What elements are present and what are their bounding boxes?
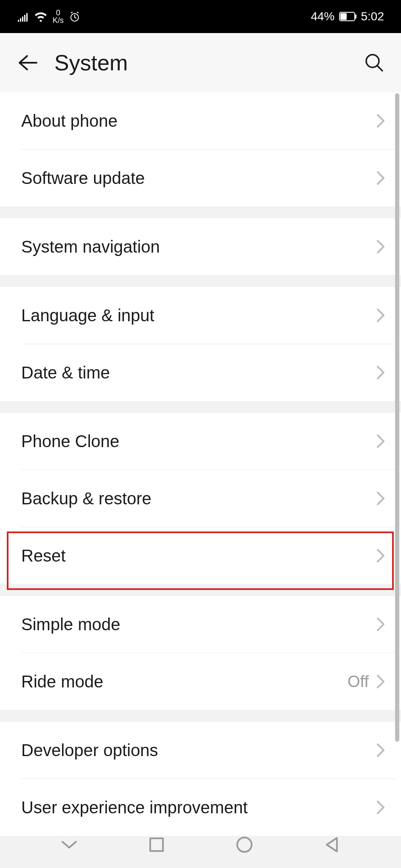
software-update-item[interactable]: Software update — [0, 150, 401, 206]
clock-time: 5:02 — [361, 10, 384, 23]
chevron-right-icon — [376, 800, 385, 815]
battery-percent: 44% — [311, 10, 334, 23]
home-button[interactable] — [234, 834, 255, 855]
settings-group: Language & input Date & time — [0, 287, 401, 401]
system-navigation-item[interactable]: System navigation — [0, 218, 401, 275]
item-label: Reset — [21, 546, 376, 565]
chevron-right-icon — [376, 434, 385, 448]
item-label: Backup & restore — [21, 489, 376, 508]
wifi-icon — [34, 11, 48, 22]
date-time-item[interactable]: Date & time — [0, 344, 401, 401]
item-value: Off — [348, 673, 369, 691]
svg-rect-2 — [340, 13, 347, 20]
chevron-right-icon — [376, 491, 385, 506]
back-nav-button[interactable] — [321, 834, 342, 855]
settings-group: Phone Clone Backup & restore Reset — [0, 413, 401, 584]
scroll-indicator[interactable] — [395, 93, 399, 742]
battery-icon — [339, 12, 357, 21]
backup-restore-item[interactable]: Backup & restore — [0, 470, 401, 527]
item-label: Date & time — [21, 363, 376, 382]
chevron-right-icon — [376, 548, 385, 563]
ride-mode-item[interactable]: Ride mode Off — [0, 653, 401, 710]
settings-group: About phone Software update — [0, 92, 401, 206]
chevron-right-icon — [376, 743, 385, 757]
alarm-icon — [69, 11, 81, 22]
item-label: System navigation — [21, 237, 376, 256]
recents-button[interactable] — [146, 834, 167, 855]
status-left: 0 K/s — [17, 9, 81, 24]
item-label: User experience improvement — [21, 798, 376, 817]
item-label: Software update — [21, 169, 376, 188]
chevron-right-icon — [376, 171, 385, 185]
settings-group: Developer options User experience improv… — [0, 722, 401, 836]
settings-group: System navigation — [0, 218, 401, 275]
app-header: System — [0, 33, 401, 92]
svg-point-6 — [237, 837, 252, 852]
back-button[interactable] — [16, 52, 38, 74]
item-label: Phone Clone — [21, 432, 376, 451]
navigation-bar — [0, 821, 401, 868]
chevron-right-icon — [376, 239, 385, 254]
phone-clone-item[interactable]: Phone Clone — [0, 413, 401, 470]
item-label: Simple mode — [21, 615, 376, 634]
language-input-item[interactable]: Language & input — [0, 287, 401, 344]
hide-keyboard-button[interactable] — [59, 834, 80, 855]
search-button[interactable] — [364, 52, 385, 73]
simple-mode-item[interactable]: Simple mode — [0, 596, 401, 653]
speed-value: 0 — [56, 9, 60, 17]
chevron-right-icon — [376, 674, 385, 689]
item-label: Ride mode — [21, 672, 348, 691]
svg-rect-3 — [355, 14, 356, 19]
item-label: Language & input — [21, 306, 376, 325]
settings-list: About phone Software update System navig… — [0, 92, 401, 836]
status-right: 44% 5:02 — [311, 10, 384, 23]
status-bar: 0 K/s 44% 5:02 — [0, 0, 401, 33]
developer-options-item[interactable]: Developer options — [0, 722, 401, 779]
item-label: About phone — [21, 111, 376, 131]
chevron-right-icon — [376, 114, 385, 128]
chevron-right-icon — [376, 365, 385, 380]
reset-item[interactable]: Reset — [0, 527, 401, 584]
speed-unit: K/s — [53, 17, 64, 24]
signal-icon — [17, 11, 29, 22]
chevron-right-icon — [376, 308, 385, 323]
item-label: Developer options — [21, 741, 376, 760]
about-phone-item[interactable]: About phone — [0, 92, 401, 149]
page-title: System — [54, 50, 128, 75]
svg-rect-5 — [150, 838, 163, 851]
settings-group: Simple mode Ride mode Off — [0, 596, 401, 710]
chevron-right-icon — [376, 617, 385, 632]
network-speed: 0 K/s — [53, 9, 64, 24]
